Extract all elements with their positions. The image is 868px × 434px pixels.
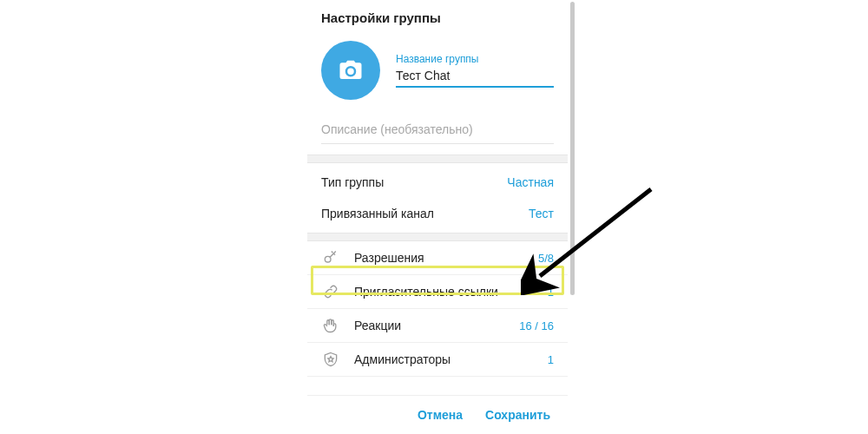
group-type-row[interactable]: Тип группы Частная	[307, 163, 568, 198]
group-name-input[interactable]	[396, 67, 554, 88]
group-identity-row: Название группы	[307, 34, 568, 108]
panel-header: Настройки группы	[307, 0, 568, 34]
reactions-label: Реакции	[354, 319, 505, 332]
administrators-label: Администраторы	[354, 352, 534, 366]
invite-links-label: Пригласительные ссылки	[354, 285, 534, 299]
linked-channel-value: Тест	[529, 207, 554, 220]
group-settings-panel: Настройки группы Название группы Тип гру…	[307, 0, 568, 434]
permissions-row[interactable]: Разрешения 5/8	[307, 241, 568, 275]
invite-links-row[interactable]: Пригласительные ссылки 1	[307, 275, 568, 309]
group-name-field: Название группы	[396, 53, 554, 88]
reactions-row[interactable]: Реакции 16 / 16	[307, 309, 568, 343]
group-type-value: Частная	[507, 175, 554, 189]
reactions-count: 16 / 16	[519, 319, 554, 332]
key-icon	[321, 248, 340, 267]
linked-channel-label: Привязанный канал	[321, 207, 434, 220]
group-name-label: Название группы	[396, 53, 554, 65]
administrators-count: 1	[548, 353, 554, 366]
link-icon	[321, 282, 340, 301]
administrators-row[interactable]: Администраторы 1	[307, 343, 568, 377]
camera-icon	[338, 57, 364, 83]
group-description-input[interactable]	[321, 121, 554, 144]
wave-icon	[321, 316, 340, 335]
save-button[interactable]: Сохранить	[483, 404, 552, 425]
permissions-count: 5/8	[538, 252, 554, 265]
section-divider	[307, 233, 568, 241]
group-description-row	[307, 108, 568, 155]
group-type-label: Тип группы	[321, 175, 384, 189]
scrollbar[interactable]	[570, 2, 575, 295]
group-photo-button[interactable]	[321, 41, 380, 100]
linked-channel-row[interactable]: Привязанный канал Тест	[307, 198, 568, 233]
panel-title: Настройки группы	[321, 10, 554, 25]
invite-links-count: 1	[548, 286, 554, 299]
permissions-label: Разрешения	[354, 251, 524, 265]
cancel-button[interactable]: Отмена	[416, 404, 464, 425]
dialog-buttons: Отмена Сохранить	[307, 395, 568, 434]
svg-point-0	[325, 256, 331, 262]
shield-icon	[321, 350, 340, 369]
section-divider	[307, 155, 568, 163]
